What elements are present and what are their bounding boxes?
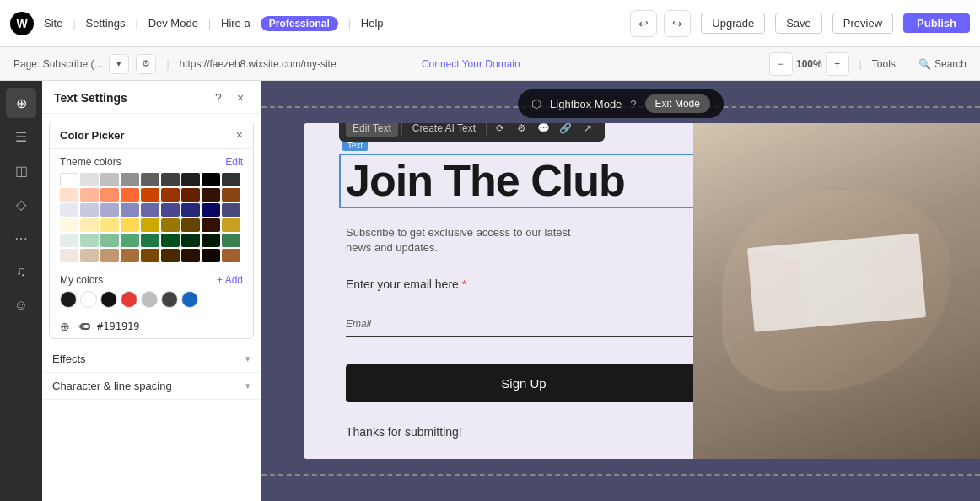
edit-text-button[interactable]: Edit Text [346, 123, 398, 137]
sidebar-add-icon[interactable]: ⊕ [6, 88, 36, 118]
exit-mode-button[interactable]: Exit Mode [645, 94, 710, 113]
color-swatch[interactable] [141, 173, 159, 186]
zoom-out-btn[interactable]: − [769, 52, 793, 76]
chat-icon[interactable]: 💬 [534, 123, 554, 138]
color-swatch[interactable] [202, 188, 220, 202]
color-swatch[interactable] [202, 218, 220, 232]
lightbox-question-icon[interactable]: ? [630, 98, 636, 110]
color-swatch[interactable] [181, 173, 200, 186]
color-swatch[interactable] [121, 188, 139, 202]
join-text-container[interactable]: Edit Text Create AI Text ⟳ ⚙ 💬 🔗 ↗ Text … [346, 157, 702, 205]
color-swatch[interactable] [121, 218, 139, 232]
color-swatch[interactable] [121, 234, 139, 247]
my-color-swatch-gray[interactable] [141, 291, 158, 308]
color-swatch[interactable] [222, 203, 240, 217]
color-swatch[interactable] [80, 203, 99, 217]
preview-button[interactable]: Preview [832, 13, 893, 34]
create-ai-text-button[interactable]: Create AI Text [406, 123, 482, 137]
color-swatch[interactable] [181, 188, 200, 202]
color-swatch[interactable] [222, 234, 240, 247]
color-swatch[interactable] [222, 249, 240, 262]
color-swatch[interactable] [181, 234, 200, 247]
my-color-swatch-dark[interactable] [100, 291, 117, 308]
color-swatch[interactable] [222, 218, 240, 232]
sidebar-components-icon[interactable]: ◇ [6, 189, 36, 219]
zoom-in-btn[interactable]: + [826, 52, 849, 76]
connection-icon[interactable]: ⟳ [490, 123, 510, 138]
color-swatch[interactable] [60, 203, 78, 217]
sidebar-apps-icon[interactable]: ♫ [6, 256, 36, 287]
my-color-swatch-darkgray[interactable] [161, 291, 178, 308]
panel-close-button[interactable]: × [232, 89, 249, 106]
sidebar-pages-icon[interactable]: ☰ [6, 121, 36, 152]
page-settings-icon[interactable]: ⚙ [136, 54, 156, 74]
color-swatch[interactable] [121, 173, 139, 186]
color-swatch[interactable] [100, 173, 119, 186]
color-swatch[interactable] [141, 249, 159, 262]
color-swatch[interactable] [60, 218, 78, 232]
color-swatch[interactable] [222, 173, 240, 186]
settings-label[interactable]: Settings [86, 17, 126, 30]
my-color-swatch-black[interactable] [60, 291, 77, 308]
connect-domain-link[interactable]: Connect Your Domain [422, 58, 520, 70]
dev-mode-label[interactable]: Dev Mode [148, 17, 198, 30]
color-swatch[interactable] [100, 188, 119, 202]
redo-icon[interactable]: ↪ [664, 10, 691, 37]
search-button[interactable]: 🔍 Search [918, 58, 967, 70]
color-swatch[interactable] [100, 234, 119, 247]
sidebar-media-icon[interactable]: ⋯ [6, 223, 36, 253]
color-swatch[interactable] [100, 249, 119, 262]
panel-question-icon[interactable]: ? [210, 89, 227, 106]
color-swatch[interactable] [121, 203, 139, 217]
color-swatch[interactable] [141, 234, 159, 247]
join-the-club-heading[interactable]: Join The Club [346, 156, 625, 205]
color-swatch[interactable] [60, 173, 78, 186]
color-swatch[interactable] [181, 249, 200, 262]
upgrade-button[interactable]: Upgrade [701, 13, 765, 34]
sidebar-layers-icon[interactable]: ◫ [6, 155, 36, 186]
my-color-swatch-white[interactable] [80, 291, 97, 308]
color-swatch[interactable] [100, 203, 119, 217]
professional-label[interactable]: Professional [261, 16, 338, 31]
my-colors-add-button[interactable]: + Add [217, 274, 243, 286]
color-swatch[interactable] [161, 173, 180, 186]
color-swatch[interactable] [80, 218, 99, 232]
color-swatch[interactable] [161, 203, 180, 217]
color-swatch[interactable] [100, 218, 119, 232]
save-button[interactable]: Save [775, 13, 822, 34]
share-icon[interactable]: ↗ [578, 123, 598, 138]
color-swatch[interactable] [80, 249, 99, 262]
hex-input-field[interactable] [97, 321, 164, 332]
color-swatch[interactable] [161, 188, 180, 202]
color-swatch[interactable] [181, 218, 200, 232]
help-label[interactable]: Help [361, 17, 384, 30]
character-spacing-row[interactable]: Character & line spacing ▾ [42, 373, 261, 400]
color-picker-close-button[interactable]: × [236, 128, 243, 142]
theme-colors-edit-button[interactable]: Edit [225, 156, 243, 168]
color-swatch[interactable] [222, 188, 240, 202]
undo-icon[interactable]: ↩ [630, 10, 657, 37]
color-swatch[interactable] [60, 234, 78, 247]
color-swatch[interactable] [80, 173, 99, 186]
color-swatch[interactable] [80, 188, 99, 202]
my-color-swatch-red[interactable] [121, 291, 137, 308]
page-dropdown-icon[interactable]: ▾ [109, 54, 129, 74]
color-swatch[interactable] [121, 249, 139, 262]
color-swatch[interactable] [161, 234, 180, 247]
color-swatch[interactable] [60, 249, 78, 262]
color-swatch[interactable] [161, 218, 180, 232]
signup-button[interactable]: Sign Up [346, 364, 702, 402]
color-swatch[interactable] [202, 173, 220, 186]
publish-button[interactable]: Publish [903, 13, 970, 33]
color-swatch[interactable] [202, 249, 220, 262]
color-swatch[interactable] [141, 203, 159, 217]
settings-text-icon[interactable]: ⚙ [512, 123, 532, 138]
color-swatch[interactable] [181, 203, 200, 217]
color-swatch[interactable] [80, 234, 99, 247]
color-swatch[interactable] [202, 234, 220, 247]
color-swatch[interactable] [161, 249, 180, 262]
my-color-swatch-blue[interactable] [181, 291, 198, 308]
color-swatch[interactable] [141, 188, 159, 202]
link-text-icon[interactable]: 🔗 [556, 123, 576, 138]
eyedropper-icon[interactable]: ⊕ [60, 320, 70, 333]
